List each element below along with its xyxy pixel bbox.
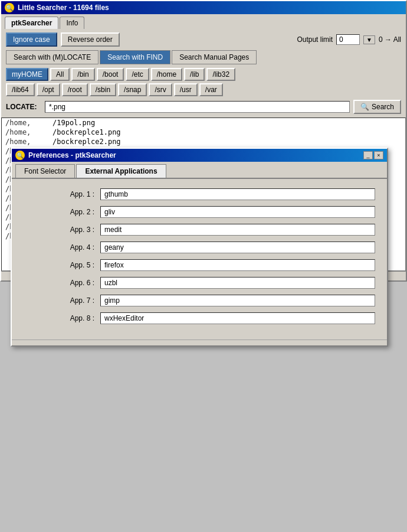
dir-btn-myhome[interactable]: myHOME <box>6 68 48 81</box>
dialog-icon: 🔍 <box>15 151 25 160</box>
app-input-2[interactable] <box>100 206 375 218</box>
tab-external-applications[interactable]: External Applications <box>76 164 166 178</box>
dir-btn-home[interactable]: /home <box>151 68 182 81</box>
locate-input[interactable] <box>45 101 350 113</box>
app-label-1: App. 1 : <box>24 190 94 198</box>
list-item[interactable]: /home,/bockreplce2.png <box>2 137 405 146</box>
app-row: App. 3 : <box>24 224 375 236</box>
app-label-2: App. 2 : <box>24 208 94 216</box>
dir-btn-opt[interactable]: /opt <box>37 83 60 96</box>
dialog-title-bar: 🔍 Preferences - ptkSearcher _ × <box>12 149 387 162</box>
app-input-7[interactable] <box>100 295 375 306</box>
tab-mlocate[interactable]: Search with (M)LOCATE <box>6 50 99 64</box>
file-name: /bockreplce1.png <box>52 128 121 136</box>
search-button[interactable]: 🔍 Search <box>353 100 401 114</box>
app-row: App. 5 : <box>24 259 375 271</box>
app-label-8: App. 8 : <box>24 314 94 322</box>
app-input-5[interactable] <box>100 259 375 271</box>
dir-btn-lib[interactable]: /lib <box>184 68 205 81</box>
dir-btn-snap[interactable]: /snap <box>118 83 147 96</box>
dialog-title: Preferences - ptkSearcher <box>28 151 360 159</box>
output-all-label: 0 → All <box>379 35 401 44</box>
main-tabs: ptkSearcher Info <box>1 14 406 29</box>
app-input-1[interactable] <box>100 188 375 200</box>
list-item[interactable]: /home,/bockreplce1.png <box>2 128 405 137</box>
app-input-6[interactable] <box>100 277 375 289</box>
dir-btn-srv[interactable]: /srv <box>149 83 172 96</box>
app-row: App. 6 : <box>24 277 375 289</box>
app-row: App. 4 : <box>24 241 375 253</box>
app-label-6: App. 6 : <box>24 279 94 287</box>
tab-font-selector[interactable]: Font Selector <box>15 164 75 178</box>
dialog-controls: _ × <box>363 151 383 159</box>
file-path: /home, <box>5 119 52 127</box>
dir-btn-var[interactable]: /var <box>199 83 223 96</box>
file-path: /home, <box>5 128 52 136</box>
preferences-dialog: 🔍 Preferences - ptkSearcher _ × Font Sel… <box>11 148 388 347</box>
dialog-content: App. 1 :App. 2 :App. 3 :App. 4 :App. 5 :… <box>12 179 387 340</box>
app-icon: 🔍 <box>5 3 14 12</box>
file-name: /bockreplce2.png <box>52 138 121 146</box>
tab-manual[interactable]: Search Manual Pages <box>172 50 257 64</box>
reverse-order-button[interactable]: Reverse order <box>61 32 120 47</box>
dialog-minimize-button[interactable]: _ <box>363 151 373 159</box>
dir-btn-lib64[interactable]: /lib64 <box>6 83 35 96</box>
tab-info[interactable]: Info <box>60 17 84 29</box>
dir-btn-boot[interactable]: /boot <box>97 68 124 81</box>
window-title: Little Searcher - 11694 files <box>18 4 402 12</box>
dir-buttons-row1: myHOME All /bin /boot /etc /home /lib /l… <box>6 68 401 81</box>
dialog-close-button[interactable]: × <box>374 151 383 159</box>
search-bar: LOCATE: 🔍 Search <box>6 100 401 114</box>
app-input-4[interactable] <box>100 241 375 253</box>
app-row: App. 7 : <box>24 295 375 306</box>
app-label-4: App. 4 : <box>24 243 94 252</box>
dir-buttons-row2: /lib64 /opt /root /sbin /snap /srv /usr … <box>6 83 401 96</box>
app-label-7: App. 7 : <box>24 296 94 305</box>
dialog-bottom <box>12 340 387 345</box>
title-bar: 🔍 Little Searcher - 11694 files <box>1 1 406 14</box>
search-button-label: Search <box>372 103 394 111</box>
output-limit-label: Output limit <box>297 35 333 44</box>
list-item[interactable]: /home,/19pol.png <box>2 118 405 128</box>
dir-btn-lib32[interactable]: /lib32 <box>206 68 235 81</box>
search-icon: 🔍 <box>360 103 369 111</box>
dir-btn-all[interactable]: All <box>50 68 70 81</box>
search-tabs: Search with (M)LOCATE Search with FIND S… <box>6 50 401 64</box>
app-row: App. 8 : <box>24 312 375 324</box>
dir-btn-bin[interactable]: /bin <box>71 68 94 81</box>
output-limit-arrow[interactable]: ▼ <box>363 35 375 44</box>
dir-btn-usr[interactable]: /usr <box>174 83 198 96</box>
dir-btn-etc[interactable]: /etc <box>126 68 149 81</box>
output-limit-input[interactable] <box>336 34 360 45</box>
app-input-3[interactable] <box>100 224 375 236</box>
app-input-8[interactable] <box>100 312 375 324</box>
app-label-3: App. 3 : <box>24 226 94 234</box>
app-row: App. 1 : <box>24 188 375 200</box>
locate-label: LOCATE: <box>6 103 41 111</box>
controls-row1: Ignore case Reverse order Output limit ▼… <box>6 32 401 47</box>
file-path: /home, <box>5 138 52 146</box>
file-name: /19pol.png <box>52 119 95 127</box>
tab-ptksearcher[interactable]: ptkSearcher <box>5 17 58 29</box>
controls-area: Ignore case Reverse order Output limit ▼… <box>1 29 406 118</box>
ignore-case-button[interactable]: Ignore case <box>6 32 57 47</box>
dir-btn-root[interactable]: /root <box>62 83 88 96</box>
dialog-tabs: Font Selector External Applications <box>12 162 387 179</box>
tab-find[interactable]: Search with FIND <box>100 50 170 64</box>
app-label-5: App. 5 : <box>24 261 94 269</box>
dir-btn-sbin[interactable]: /sbin <box>90 83 116 96</box>
app-row: App. 2 : <box>24 206 375 218</box>
